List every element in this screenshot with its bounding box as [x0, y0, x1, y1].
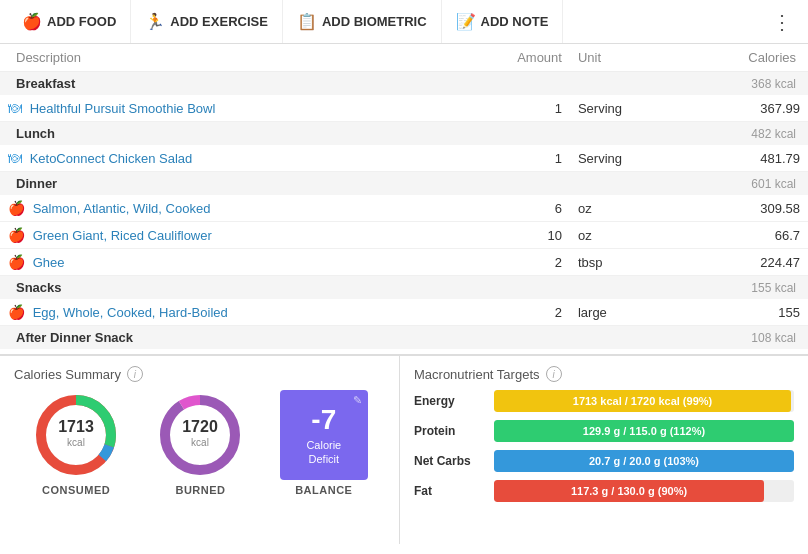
meal-name: Breakfast: [0, 72, 678, 96]
macro-bar: 129.9 g / 115.0 g (112%): [494, 420, 794, 442]
food-name[interactable]: Salmon, Atlantic, Wild, Cooked: [33, 201, 211, 216]
svg-text:1713: 1713: [58, 418, 94, 435]
table-row[interactable]: 🍽 KetoConnect Chicken Salad 1 Serving 48…: [0, 145, 808, 172]
meal-kcal: 155 kcal: [678, 276, 808, 300]
meal-kcal: 368 kcal: [678, 72, 808, 96]
food-name[interactable]: Healthful Pursuit Smoothie Bowl: [30, 101, 216, 116]
burned-circle: 1720 kcal BURNED: [155, 390, 245, 496]
balance-value: -7: [311, 404, 336, 436]
calories-summary-title: Calories Summary i: [14, 366, 385, 382]
food-unit: Serving: [570, 145, 678, 172]
food-amount: 1: [461, 145, 570, 172]
macro-bar-wrap: 117.3 g / 130.0 g (90%): [494, 480, 794, 502]
macro-bar-text: 1713 kcal / 1720 kcal (99%): [573, 395, 712, 407]
food-type-icon: 🍎: [8, 254, 25, 270]
food-amount: 10: [461, 222, 570, 249]
food-name[interactable]: KetoConnect Chicken Salad: [30, 151, 193, 166]
macro-label: Net Carbs: [414, 454, 486, 468]
food-log-scroll[interactable]: Description Amount Unit Calories Breakfa…: [0, 44, 808, 354]
add-note-button[interactable]: 📝 ADD NOTE: [442, 0, 564, 43]
food-unit: oz: [570, 195, 678, 222]
add-biometric-label: ADD BIOMETRIC: [322, 14, 427, 29]
table-row[interactable]: 🍎 Egg, Whole, Cooked, Hard-Boiled 2 larg…: [0, 299, 808, 326]
food-type-icon: 🍽: [8, 100, 22, 116]
add-exercise-label: ADD EXERCISE: [170, 14, 268, 29]
add-exercise-icon: 🏃: [145, 12, 165, 31]
balance-label: BALANCE: [295, 484, 352, 496]
macro-panel: Macronutrient Targets i Energy 1713 kcal…: [400, 356, 808, 544]
food-unit: Serving: [570, 95, 678, 122]
col-header-description: Description: [0, 44, 461, 72]
add-exercise-button[interactable]: 🏃 ADD EXERCISE: [131, 0, 283, 43]
svg-point-7: [165, 400, 235, 470]
table-row[interactable]: 🍎 Salmon, Atlantic, Wild, Cooked 6 oz 30…: [0, 195, 808, 222]
macro-row: Energy 1713 kcal / 1720 kcal (99%): [414, 390, 794, 412]
more-menu-button[interactable]: ⋮: [764, 10, 800, 34]
calories-summary-info-icon[interactable]: i: [127, 366, 143, 382]
macro-bar: 117.3 g / 130.0 g (90%): [494, 480, 764, 502]
food-calories: 66.7: [678, 222, 808, 249]
food-calories: 481.79: [678, 145, 808, 172]
food-unit: tbsp: [570, 249, 678, 276]
food-type-icon: 🍽: [8, 150, 22, 166]
food-name[interactable]: Green Giant, Riced Cauliflower: [33, 228, 212, 243]
food-name[interactable]: Ghee: [33, 255, 65, 270]
food-name-cell: 🍎 Ghee: [0, 249, 461, 276]
macro-bar: 20.7 g / 20.0 g (103%): [494, 450, 794, 472]
macro-bar-wrap: 129.9 g / 115.0 g (112%): [494, 420, 794, 442]
meal-name: Snacks: [0, 276, 678, 300]
food-amount: 2: [461, 249, 570, 276]
food-name-cell: 🍎 Salmon, Atlantic, Wild, Cooked: [0, 195, 461, 222]
meal-kcal: 108 kcal: [678, 326, 808, 350]
food-amount: 6: [461, 195, 570, 222]
food-calories: 224.47: [678, 249, 808, 276]
table-row[interactable]: 🍽 Healthful Pursuit Smoothie Bowl 1 Serv…: [0, 95, 808, 122]
food-name[interactable]: Egg, Whole, Cooked, Hard-Boiled: [33, 305, 228, 320]
macro-row: Protein 129.9 g / 115.0 g (112%): [414, 420, 794, 442]
macro-label: Fat: [414, 484, 486, 498]
meal-header: After Dinner Snack 108 kcal: [0, 326, 808, 350]
add-food-button[interactable]: 🍎 ADD FOOD: [8, 0, 131, 43]
balance-edit-icon[interactable]: ✎: [353, 394, 362, 407]
top-nav: 🍎 ADD FOOD 🏃 ADD EXERCISE 📋 ADD BIOMETRI…: [0, 0, 808, 44]
meal-header: Breakfast 368 kcal: [0, 72, 808, 96]
food-calories: 155: [678, 299, 808, 326]
food-amount: 1: [461, 95, 570, 122]
burned-label: BURNED: [175, 484, 225, 496]
macro-row: Net Carbs 20.7 g / 20.0 g (103%): [414, 450, 794, 472]
consumed-donut-svg: 1713 kcal: [31, 390, 121, 480]
meal-header: Lunch 482 kcal: [0, 122, 808, 146]
food-type-icon: 🍎: [8, 304, 25, 320]
calories-summary-panel: Calories Summary i 1713 kcal CONSUMED: [0, 356, 400, 544]
meal-header: Snacks 155 kcal: [0, 276, 808, 300]
table-row[interactable]: 🍎 Ghee 2 tbsp 224.47: [0, 249, 808, 276]
add-food-label: ADD FOOD: [47, 14, 116, 29]
balance-box: ✎ -7 CalorieDeficit: [280, 390, 368, 480]
meal-name: After Dinner Snack: [0, 326, 678, 350]
food-name-cell: 🍎 Green Giant, Riced Cauliflower: [0, 222, 461, 249]
food-name-cell: 🍽 Healthful Pursuit Smoothie Bowl: [0, 95, 461, 122]
col-header-amount: Amount: [461, 44, 570, 72]
balance-circle: ✎ -7 CalorieDeficit BALANCE: [280, 390, 368, 496]
macro-label: Energy: [414, 394, 486, 408]
burned-donut-svg: 1720 kcal: [155, 390, 245, 480]
food-amount: 2: [461, 299, 570, 326]
svg-text:kcal: kcal: [192, 437, 210, 448]
food-unit: large: [570, 299, 678, 326]
add-note-label: ADD NOTE: [481, 14, 549, 29]
macro-info-icon[interactable]: i: [546, 366, 562, 382]
food-name-cell: 🍎 Egg, Whole, Cooked, Hard-Boiled: [0, 299, 461, 326]
add-food-icon: 🍎: [22, 12, 42, 31]
col-header-calories: Calories: [678, 44, 808, 72]
macro-title: Macronutrient Targets i: [414, 366, 794, 382]
add-biometric-button[interactable]: 📋 ADD BIOMETRIC: [283, 0, 442, 43]
table-row[interactable]: 🍎 Green Giant, Riced Cauliflower 10 oz 6…: [0, 222, 808, 249]
macro-bar-wrap: 20.7 g / 20.0 g (103%): [494, 450, 794, 472]
meal-kcal: 482 kcal: [678, 122, 808, 146]
food-log-table: Description Amount Unit Calories Breakfa…: [0, 44, 808, 354]
macro-label: Protein: [414, 424, 486, 438]
svg-text:kcal: kcal: [67, 437, 85, 448]
macro-bar-text: 117.3 g / 130.0 g (90%): [571, 485, 687, 497]
add-note-icon: 📝: [456, 12, 476, 31]
consumed-circle: 1713 kcal CONSUMED: [31, 390, 121, 496]
